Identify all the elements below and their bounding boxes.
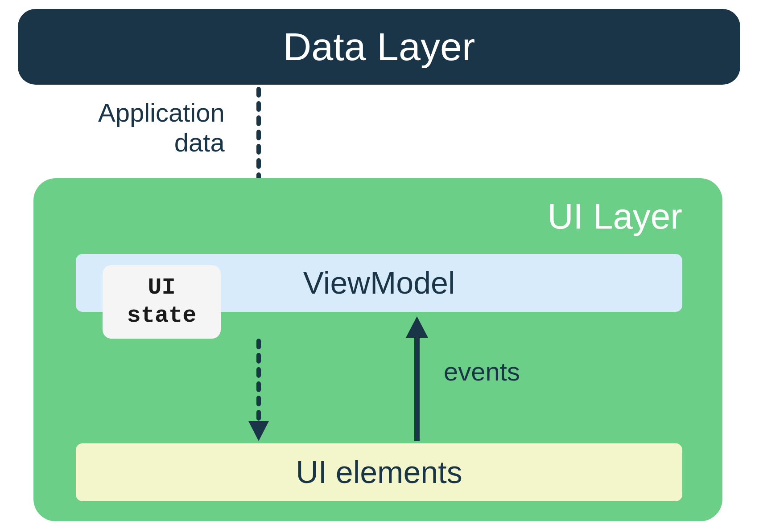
ui-state-box: UI state <box>103 265 221 339</box>
ui-state-text: UI state <box>127 274 196 330</box>
ui-state-line1: UI <box>127 274 196 302</box>
svg-marker-5 <box>406 316 428 338</box>
ui-elements-label: UI elements <box>296 454 462 490</box>
data-layer-box: Data Layer <box>18 9 740 85</box>
ui-layer-label: UI Layer <box>548 196 682 237</box>
application-data-line1: Application <box>98 98 225 128</box>
ui-elements-box: UI elements <box>76 443 682 501</box>
ui-layer-box: UI Layer ViewModel UI state events UI el… <box>33 178 722 521</box>
arrow-elements-to-viewmodel <box>415 316 419 441</box>
arrow-viewmodel-to-elements <box>256 341 261 441</box>
viewmodel-label: ViewModel <box>303 265 455 301</box>
ui-state-line2: state <box>127 302 196 330</box>
events-label: events <box>444 356 520 386</box>
svg-marker-3 <box>248 421 269 441</box>
application-data-line2: data <box>98 128 225 158</box>
data-layer-label: Data Layer <box>283 24 475 70</box>
application-data-label: Application data <box>98 98 225 157</box>
